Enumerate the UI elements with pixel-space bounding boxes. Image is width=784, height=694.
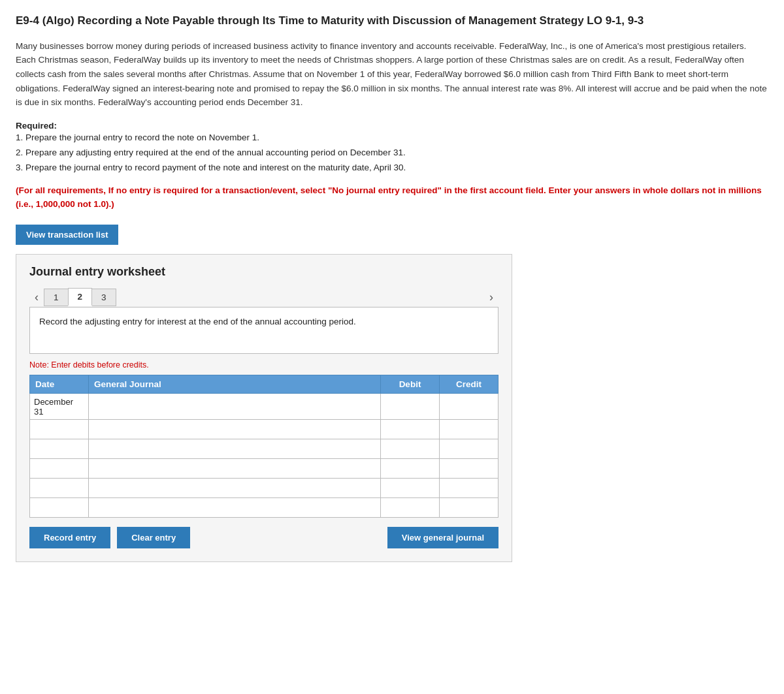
tab-1[interactable]: 1 <box>44 289 69 306</box>
debit-cell-6[interactable] <box>381 497 440 517</box>
journal-cell-3[interactable] <box>89 439 381 458</box>
credit-input-3[interactable] <box>440 439 498 458</box>
credit-input-4[interactable] <box>440 459 498 478</box>
actions-row: Record entry Clear entry View general jo… <box>29 527 498 548</box>
journal-input-5[interactable] <box>89 479 380 497</box>
tab-prev-arrow[interactable]: ‹ <box>29 288 44 307</box>
debit-input-1[interactable] <box>381 394 439 419</box>
record-entry-button[interactable]: Record entry <box>29 527 110 548</box>
instruction-text: Record the adjusting entry for interest … <box>39 317 356 326</box>
journal-input-1[interactable] <box>89 394 380 419</box>
debit-input-3[interactable] <box>381 439 439 458</box>
tabs-row: ‹ 1 2 3 › <box>29 288 498 307</box>
required-label: Required: <box>16 121 57 131</box>
credit-cell-3[interactable] <box>440 439 498 458</box>
debit-input-6[interactable] <box>381 498 439 517</box>
journal-cell-5[interactable] <box>89 478 381 497</box>
table-row <box>30 419 498 439</box>
credit-input-5[interactable] <box>440 479 498 497</box>
table-row <box>30 478 498 497</box>
note-debits: Note: Enter debits before credits. <box>29 360 498 370</box>
journal-cell-4[interactable] <box>89 458 381 478</box>
debit-cell-5[interactable] <box>381 478 440 497</box>
credit-input-1[interactable] <box>440 394 498 419</box>
col-header-debit: Debit <box>381 375 440 393</box>
col-header-date: Date <box>30 375 89 393</box>
debit-input-2[interactable] <box>381 420 439 439</box>
col-header-general-journal: General Journal <box>89 375 381 393</box>
date-cell-6 <box>30 497 89 517</box>
journal-input-2[interactable] <box>89 420 380 439</box>
red-note: (For all requirements, If no entry is re… <box>16 183 768 212</box>
debit-input-4[interactable] <box>381 459 439 478</box>
instruction-box: Record the adjusting entry for interest … <box>29 307 498 354</box>
journal-input-6[interactable] <box>89 498 380 517</box>
clear-entry-button[interactable]: Clear entry <box>117 527 190 548</box>
journal-cell-6[interactable] <box>89 497 381 517</box>
date-cell-1: December31 <box>30 393 89 419</box>
journal-table: Date General Journal Debit Credit Decemb… <box>29 375 498 518</box>
date-cell-2 <box>30 419 89 439</box>
date-cell-5 <box>30 478 89 497</box>
tab-next-arrow[interactable]: › <box>484 288 498 307</box>
problem-description: Many businesses borrow money during peri… <box>16 39 768 110</box>
date-cell-3 <box>30 439 89 458</box>
table-row <box>30 497 498 517</box>
credit-cell-2[interactable] <box>440 419 498 439</box>
journal-entry-worksheet: Journal entry worksheet ‹ 1 2 3 › Record… <box>16 254 512 562</box>
tab-2[interactable]: 2 <box>68 288 93 306</box>
credit-cell-1[interactable] <box>440 393 498 419</box>
required-item-2: 2. Prepare any adjusting entry required … <box>16 146 768 161</box>
page-title: E9-4 (Algo) Recording a Note Payable thr… <box>16 13 768 29</box>
journal-input-3[interactable] <box>89 439 380 458</box>
required-item-1: 1. Prepare the journal entry to record t… <box>16 131 768 146</box>
credit-input-2[interactable] <box>440 420 498 439</box>
required-section: Required: 1. Prepare the journal entry t… <box>16 120 768 176</box>
debit-cell-2[interactable] <box>381 419 440 439</box>
tab-3[interactable]: 3 <box>91 289 116 306</box>
view-transaction-list-button[interactable]: View transaction list <box>16 225 118 245</box>
journal-cell-2[interactable] <box>89 419 381 439</box>
col-header-credit: Credit <box>440 375 498 393</box>
debit-input-5[interactable] <box>381 479 439 497</box>
worksheet-title: Journal entry worksheet <box>29 265 498 279</box>
credit-cell-6[interactable] <box>440 497 498 517</box>
required-item-3: 3. Prepare the journal entry to record p… <box>16 161 768 176</box>
table-row <box>30 458 498 478</box>
view-general-journal-button[interactable]: View general journal <box>387 527 498 548</box>
table-row <box>30 439 498 458</box>
credit-cell-4[interactable] <box>440 458 498 478</box>
credit-input-6[interactable] <box>440 498 498 517</box>
date-cell-4 <box>30 458 89 478</box>
debit-cell-1[interactable] <box>381 393 440 419</box>
journal-cell-1[interactable] <box>89 393 381 419</box>
debit-cell-3[interactable] <box>381 439 440 458</box>
credit-cell-5[interactable] <box>440 478 498 497</box>
debit-cell-4[interactable] <box>381 458 440 478</box>
journal-input-4[interactable] <box>89 459 380 478</box>
table-row: December31 <box>30 393 498 419</box>
